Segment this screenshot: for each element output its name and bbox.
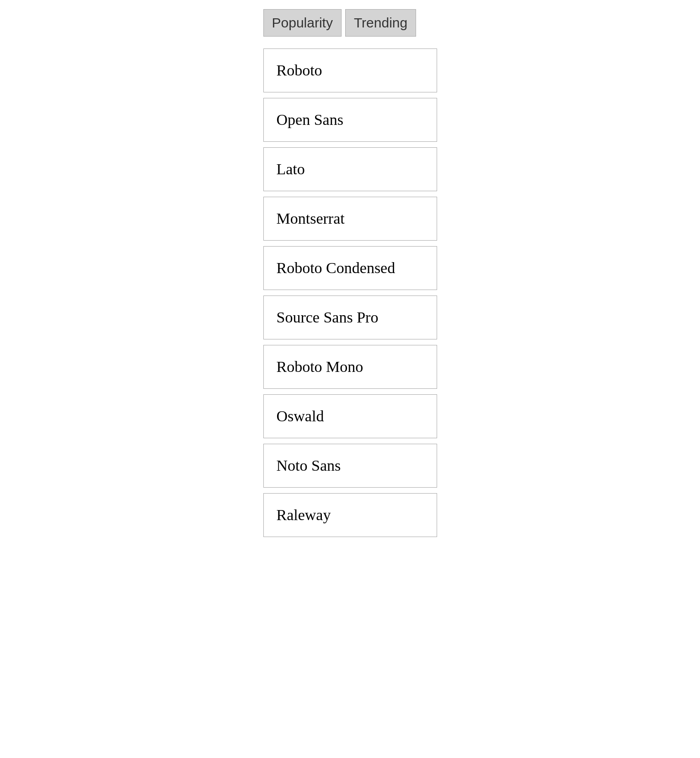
font-list: RobotoOpen SansLatoMontserratRoboto Cond… (263, 48, 437, 537)
font-card[interactable]: Noto Sans (263, 444, 437, 488)
font-card[interactable]: Raleway (263, 493, 437, 537)
font-card[interactable]: Oswald (263, 394, 437, 438)
font-card-name: Roboto (277, 62, 322, 79)
font-card[interactable]: Roboto Condensed (263, 246, 437, 290)
popularity-tab[interactable]: Popularity (263, 9, 342, 37)
tabs-row: PopularityTrending (263, 5, 437, 41)
font-card[interactable]: Roboto (263, 48, 437, 92)
main-container: PopularityTrending RobotoOpen SansLatoMo… (263, 5, 437, 537)
trending-tab[interactable]: Trending (345, 9, 416, 37)
font-card[interactable]: Open Sans (263, 98, 437, 142)
font-card-name: Raleway (277, 506, 331, 523)
font-card-name: Lato (277, 161, 305, 177)
font-card-name: Montserrat (277, 210, 345, 227)
font-card[interactable]: Lato (263, 147, 437, 191)
font-card[interactable]: Montserrat (263, 197, 437, 241)
font-card-name: Oswald (277, 408, 324, 425)
font-card-name: Source Sans Pro (277, 309, 379, 326)
font-card[interactable]: Roboto Mono (263, 345, 437, 389)
font-card[interactable]: Source Sans Pro (263, 296, 437, 339)
font-card-name: Roboto Condensed (277, 259, 395, 276)
font-card-name: Roboto Mono (277, 358, 363, 375)
font-card-name: Open Sans (277, 111, 343, 128)
font-card-name: Noto Sans (277, 457, 341, 474)
